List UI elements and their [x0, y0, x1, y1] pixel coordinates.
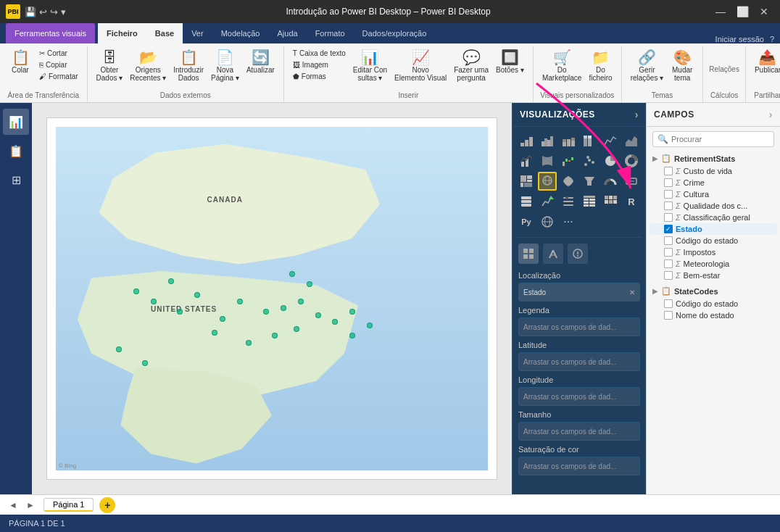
tree-item-meteorologia[interactable]: Σ Meteorologia	[650, 258, 777, 270]
undo-icon[interactable]: ↩	[39, 7, 47, 17]
viz-r-icon[interactable]: R	[622, 192, 641, 211]
viz-funnel-icon[interactable]	[580, 172, 599, 191]
origens-recentes-button[interactable]: 📂 OrigensRecentes ▾	[127, 48, 169, 84]
tree-item-bem-estar[interactable]: Σ Bem-estar	[650, 270, 777, 281]
formas-button[interactable]: ⬟ Formas	[290, 71, 349, 82]
checkbox-qualidade[interactable]	[664, 201, 673, 210]
checkbox-estado[interactable]: ✓	[664, 225, 673, 233]
viz-multirow-card-icon[interactable]	[517, 192, 536, 211]
tab-modelacao[interactable]: Modelação	[212, 23, 269, 43]
tree-item-impostos[interactable]: Σ Impostos	[650, 246, 777, 258]
tab-base[interactable]: Base	[146, 23, 183, 43]
fazer-pergunta-button[interactable]: 💬 Fazer umapergunta	[451, 48, 491, 84]
viz-filled-map-icon[interactable]	[559, 172, 578, 191]
tree-item-codigo-estado-sc[interactable]: Código do estado	[650, 298, 777, 309]
redo-icon[interactable]: ↪	[50, 7, 58, 17]
next-page-button[interactable]: ►	[23, 498, 38, 512]
longitude-drop[interactable]: Arrastar os campos de dad...	[518, 387, 640, 406]
imagem-button[interactable]: 🖼 Imagem	[290, 59, 349, 70]
localizacao-drop[interactable]: Estado ✕	[518, 283, 640, 302]
tab-formato[interactable]: Formato	[307, 23, 354, 43]
viz-clustered-bar-icon[interactable]	[538, 131, 557, 150]
saturacao-drop[interactable]: Arrastar os campos de dad...	[518, 457, 640, 475]
viz-slicer-icon[interactable]	[559, 192, 578, 211]
iniciar-sessao-button[interactable]: Iniciar sessão	[715, 35, 764, 43]
viz-gauge-icon[interactable]	[601, 172, 620, 191]
tab-ferramentas-visuais[interactable]: Ferramentas visuais	[6, 23, 95, 43]
editar-consultas-button[interactable]: 📊 Editar Consultas ▾	[350, 48, 390, 84]
tree-header-retirement[interactable]: ▶ 📋 RetirementStats	[650, 151, 777, 165]
tab-ajuda[interactable]: Ajuda	[268, 23, 306, 43]
viz-scatter-icon[interactable]	[580, 151, 599, 170]
do-ficheiro-button[interactable]: 📁 Doficheiro	[586, 48, 615, 84]
checkbox-crime[interactable]	[664, 178, 673, 187]
help-icon[interactable]: ?	[770, 35, 774, 43]
checkbox-codigo-estado[interactable]	[664, 236, 673, 245]
tree-item-estado[interactable]: ✓ Estado	[650, 223, 777, 235]
viz-waterfall-icon[interactable]	[559, 151, 578, 170]
customize-icon[interactable]: ▾	[61, 7, 66, 17]
viz-kpi-icon[interactable]	[538, 192, 557, 211]
viz-stacked-column-icon[interactable]	[559, 131, 578, 150]
viz-more-icon[interactable]: ···	[559, 212, 578, 231]
checkbox-cultura[interactable]	[664, 190, 673, 199]
publicar-button[interactable]: 📤 Publicar	[752, 48, 780, 76]
copiar-button[interactable]: ⎘ Copiar	[36, 59, 81, 70]
tree-item-custo[interactable]: Σ Custo de vida	[650, 165, 777, 177]
tree-item-cultura[interactable]: Σ Cultura	[650, 188, 777, 200]
gerir-relacoes-button[interactable]: 🔗 Gerirrelações ▾	[628, 48, 667, 84]
checkbox-classificacao[interactable]	[664, 213, 673, 222]
save-icon[interactable]: 💾	[25, 7, 36, 17]
obter-dados-button[interactable]: 🗄 ObterDados ▾	[94, 48, 126, 84]
checkbox-nome-estado[interactable]	[664, 311, 673, 320]
tree-item-qualidade[interactable]: Σ Qualidade dos c...	[650, 200, 777, 212]
checkbox-custo[interactable]	[664, 167, 673, 175]
add-page-button[interactable]: +	[99, 497, 115, 513]
viz-fields-button[interactable]	[518, 244, 539, 264]
novo-elemento-button[interactable]: 📈 NovoElemento Visual	[391, 48, 449, 84]
atualizar-button[interactable]: 🔄 Atualizar	[244, 48, 278, 76]
tree-item-codigo-estado[interactable]: Código do estado	[650, 235, 777, 246]
viz-treemap-icon[interactable]	[517, 172, 536, 191]
checkbox-codigo-estado-sc[interactable]	[664, 299, 673, 308]
viz-matrix-icon[interactable]	[601, 192, 620, 211]
checkbox-bem-estar[interactable]	[664, 271, 673, 280]
viz-ribbon-chart-icon[interactable]	[538, 151, 557, 170]
prev-page-button[interactable]: ◄	[6, 498, 20, 512]
viz-globe-icon[interactable]	[538, 212, 557, 231]
tree-item-classificacao[interactable]: Σ Classificação geral	[650, 212, 777, 223]
maximize-button[interactable]: ⬜	[732, 1, 752, 22]
report-view-icon[interactable]: 📊	[3, 109, 29, 135]
introduzir-dados-button[interactable]: 📋 IntroduzirDados	[170, 48, 207, 84]
map-visual[interactable]: CANADA UNITED STATES	[56, 127, 488, 470]
colar-button[interactable]: 📋 Colar	[6, 48, 35, 76]
minimize-button[interactable]: —	[710, 1, 731, 22]
checkbox-meteorologia[interactable]	[664, 259, 673, 268]
viz-table-icon[interactable]	[580, 192, 599, 211]
nova-pagina-button[interactable]: 📄 NovaPágina ▾	[208, 48, 242, 84]
viz-python-icon[interactable]: Py	[517, 212, 536, 231]
viz-line-clustered-icon[interactable]	[517, 151, 536, 170]
tab-ficheiro[interactable]: Ficheiro	[98, 23, 146, 43]
latitude-drop[interactable]: Arrastar os campos de dad...	[518, 352, 640, 371]
visualizations-collapse-icon[interactable]: ›	[635, 109, 639, 120]
viz-100stacked-bar-icon[interactable]	[580, 131, 599, 150]
viz-area-chart-icon[interactable]	[622, 131, 641, 150]
viz-donut-icon[interactable]	[622, 151, 641, 170]
page-1-tab[interactable]: Página 1	[43, 498, 94, 512]
legenda-drop[interactable]: Arrastar os campos de dad...	[518, 317, 640, 336]
localizacao-remove-icon[interactable]: ✕	[629, 288, 635, 296]
campos-collapse-icon[interactable]: ›	[769, 109, 773, 120]
mudar-tema-button[interactable]: 🎨 Mudartema	[668, 48, 697, 84]
tree-item-nome-estado[interactable]: Nome do estado	[650, 309, 777, 321]
tab-ver[interactable]: Ver	[183, 23, 212, 43]
tab-dados[interactable]: Dados/exploração	[354, 23, 436, 43]
viz-line-chart-icon[interactable]	[601, 131, 620, 150]
tree-header-statecodes[interactable]: ▶ 📋 StateCodes	[650, 284, 777, 298]
close-button[interactable]: ✕	[754, 1, 774, 22]
viz-analytics-button[interactable]	[568, 244, 588, 264]
tree-item-crime[interactable]: Σ Crime	[650, 177, 777, 188]
viz-map-icon highlighted[interactable]	[538, 172, 557, 191]
caixa-texto-button[interactable]: T Caixa de texto	[290, 48, 349, 59]
checkbox-impostos[interactable]	[664, 248, 673, 257]
